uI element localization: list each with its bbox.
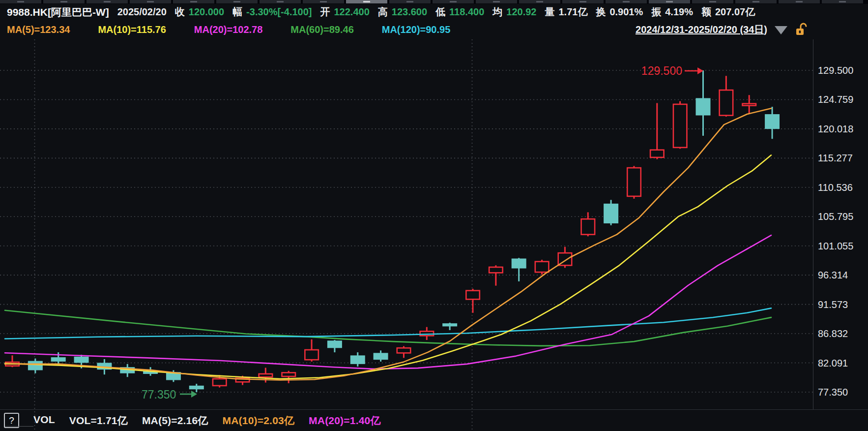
tab-segment-mark [190, 1, 197, 2]
volume-legend-item: MA(20)=1.40亿 [309, 414, 381, 428]
tab-segment[interactable] [346, 0, 387, 3]
tab-segment[interactable] [389, 0, 431, 3]
candle[interactable] [512, 258, 526, 281]
quote-field: 低118.400 [435, 5, 484, 19]
low-callout: 77.350 [142, 388, 197, 401]
ma-line-ma60 [5, 310, 771, 346]
tab-segment[interactable] [476, 0, 517, 3]
candle[interactable] [673, 101, 687, 149]
y-axis-tick-label: 105.795 [818, 211, 853, 222]
tab-segment[interactable] [779, 0, 820, 3]
tab-segment[interactable] [260, 0, 301, 3]
caret-down-icon[interactable] [775, 26, 787, 34]
quote-field: 额207.07亿 [701, 5, 755, 19]
quote-field-value: 118.400 [449, 6, 484, 18]
pane-handle[interactable] [5, 426, 33, 427]
ma-lines-layer [5, 108, 771, 380]
candle[interactable] [305, 339, 318, 362]
candle[interactable] [28, 359, 43, 373]
quote-field-label: 低 [435, 5, 445, 19]
tab-segment-mark [147, 1, 154, 2]
ma-legend-items: MA(5)=123.34MA(10)=115.76MA(20)=102.78MA… [7, 24, 450, 35]
candle[interactable] [374, 350, 388, 362]
ma-legend-item: MA(10)=115.76 [98, 24, 166, 35]
quote-field-value: 120.000 [189, 6, 224, 18]
lock-open-icon[interactable] [795, 23, 808, 36]
candle-body [213, 379, 227, 386]
candle[interactable] [442, 323, 457, 330]
quote-field-value: 122.400 [334, 6, 370, 18]
tab-segment-mark [363, 1, 370, 2]
tab-segment[interactable] [0, 0, 41, 3]
volume-legend-item: MA(5)=2.16亿 [142, 414, 208, 428]
quote-field-value: 120.92 [506, 6, 536, 18]
tab-segment[interactable] [87, 0, 128, 3]
tab-segment-mark [579, 1, 586, 2]
quote-field: 换0.901% [596, 5, 643, 19]
quote-field-label: 开 [320, 5, 330, 19]
candle[interactable] [650, 103, 664, 159]
volume-legend-item: MA(10)=2.03亿 [223, 414, 295, 428]
y-axis-labels-layer: 129.500124.759120.018115.277110.536105.7… [818, 65, 853, 398]
tab-segment-mark [623, 1, 630, 2]
candle[interactable] [489, 265, 503, 285]
candle[interactable] [327, 340, 342, 352]
tab-segment-mark [752, 1, 759, 2]
tab-segment[interactable] [433, 0, 474, 3]
top-tabs-strip[interactable] [0, 0, 868, 4]
candle[interactable] [720, 76, 733, 117]
candle-body [673, 104, 687, 148]
candle[interactable] [581, 212, 595, 236]
tab-segment[interactable] [606, 0, 647, 3]
tab-segment[interactable] [43, 0, 85, 3]
y-axis-tick-label: 129.500 [818, 65, 853, 76]
candle-body [305, 350, 318, 360]
tab-segment[interactable] [519, 0, 560, 3]
tab-segment[interactable] [649, 0, 690, 3]
stock-chart-app: { "quote_bar": { "symbol": "9988.HK[阿里巴巴… [0, 0, 868, 431]
candle-body [535, 262, 549, 272]
y-axis-tick-label: 91.573 [818, 299, 848, 310]
tab-segment-mark [536, 1, 543, 2]
high-callout: 129.500 [641, 64, 703, 77]
candle[interactable] [765, 107, 780, 139]
volume-legend-items: VOLVOL=1.71亿MA(5)=2.16亿MA(10)=2.03亿MA(20… [33, 414, 381, 428]
quote-field: 开122.400 [320, 5, 370, 19]
quote-date: 2025/02/20 [117, 6, 167, 18]
tab-segment-mark [493, 1, 500, 2]
tab-segment[interactable] [692, 0, 733, 3]
candle-body [466, 291, 480, 300]
tab-segment[interactable] [216, 0, 258, 3]
tab-segment-mark [450, 1, 457, 2]
quote-field: 量1.71亿 [545, 5, 587, 19]
y-axis-tick-label: 86.832 [818, 328, 848, 339]
frame-layer [0, 39, 868, 410]
candle-body [765, 114, 780, 129]
candlestick-chart[interactable]: 129.500124.759120.018115.277110.536105.7… [0, 39, 868, 431]
tab-segment[interactable] [822, 0, 863, 3]
quote-field-label: 振 [651, 5, 661, 19]
ma-line-ma20 [5, 235, 771, 369]
tab-segment[interactable] [303, 0, 344, 3]
candle[interactable] [282, 371, 296, 383]
period-selector[interactable]: 2024/12/31-2025/02/20 (34日) [636, 20, 808, 39]
candle[interactable] [466, 289, 480, 313]
volume-legend-item: VOL [33, 414, 55, 428]
candle[interactable] [743, 95, 756, 114]
tab-segment[interactable] [173, 0, 214, 3]
tab-segment[interactable] [562, 0, 604, 3]
candle[interactable] [397, 346, 411, 358]
candle-body [282, 372, 296, 376]
tab-segment[interactable] [130, 0, 171, 3]
candle-body [259, 374, 273, 377]
candle[interactable] [604, 200, 618, 225]
candle[interactable] [350, 352, 365, 367]
candle[interactable] [696, 70, 711, 136]
candle[interactable] [627, 166, 641, 198]
ma-legend-item: MA(5)=123.34 [7, 24, 70, 35]
candles-layer [5, 70, 780, 392]
period-range-label[interactable]: 2024/12/31-2025/02/20 (34日) [636, 23, 767, 36]
tab-segment[interactable] [735, 0, 777, 3]
tab-segment-mark [839, 1, 846, 2]
candle[interactable] [5, 355, 19, 367]
